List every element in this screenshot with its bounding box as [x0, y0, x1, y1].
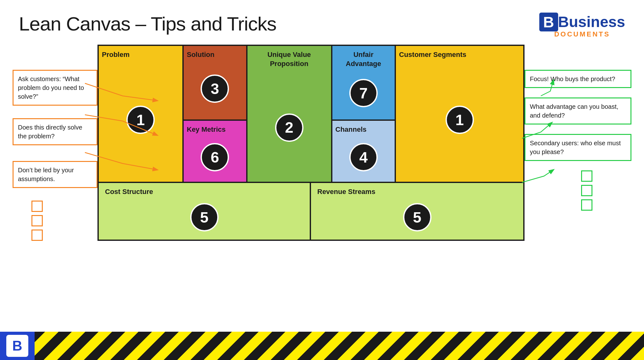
- cell-customer: Customer Segments 1: [396, 46, 523, 182]
- lean-canvas: Problem 1 Solution 3: [97, 45, 525, 241]
- left-annotation-3: Don’t be led by your assumptions.: [13, 161, 97, 188]
- checkbox-1[interactable]: [31, 201, 43, 212]
- page-title: Lean Canvas – Tips and Tricks: [19, 13, 276, 35]
- revenue-title: Revenue Streams: [317, 187, 375, 197]
- main-area: Ask customers: “What problem do you need…: [0, 45, 644, 241]
- right-checkboxes: [581, 170, 631, 211]
- cost-title: Cost Structure: [105, 187, 153, 197]
- right-checkbox-1[interactable]: [581, 170, 592, 182]
- logo-business-text: Business: [558, 14, 625, 30]
- customer-number: 1: [446, 106, 474, 134]
- cell-solution: Solution 3: [184, 46, 246, 121]
- left-annotation-1: Ask customers: “What problem do you need…: [13, 70, 97, 106]
- problem-number: 1: [126, 106, 155, 134]
- logo-b-icon: B: [539, 13, 558, 31]
- cell-uvp: Unique Value Proposition 2: [247, 46, 332, 182]
- right-checkbox-3[interactable]: [581, 199, 592, 211]
- checkbox-2[interactable]: [31, 215, 43, 226]
- revenue-number: 5: [403, 203, 431, 231]
- cell-key-metrics: Key Metrics 6: [184, 121, 246, 182]
- cost-number: 5: [190, 203, 219, 231]
- left-annotation-2: Does this directly solve the problem?: [13, 118, 97, 145]
- footer: B: [0, 332, 644, 360]
- cell-unfair-split: Unfair Advantage 7 Channels 4: [332, 46, 396, 182]
- right-annotation-2: What advantage can you boast, and defend…: [525, 97, 631, 125]
- checkbox-3[interactable]: [31, 230, 43, 241]
- cell-channels: Channels 4: [332, 121, 395, 182]
- uvp-number: 2: [275, 114, 303, 142]
- footer-stripes: [35, 332, 644, 360]
- channels-title: Channels: [336, 125, 367, 134]
- left-annotations: Ask customers: “What problem do you need…: [13, 45, 97, 241]
- cell-problem: Problem 1: [99, 46, 184, 182]
- logo: B Business DOCUMENTS: [539, 13, 625, 38]
- unfair-title: Unfair Advantage: [336, 50, 392, 68]
- footer-logo: B: [0, 332, 35, 360]
- cell-cost: Cost Structure 5: [99, 183, 311, 240]
- unfair-number: 7: [349, 79, 378, 107]
- solution-number: 3: [201, 75, 229, 103]
- logo-documents-text: DOCUMENTS: [554, 30, 610, 38]
- left-checkboxes: [31, 201, 97, 241]
- header: Lean Canvas – Tips and Tricks B Business…: [0, 0, 644, 45]
- footer-b-icon: B: [6, 335, 28, 357]
- right-annotation-1: Focus! Who buys the product?: [525, 70, 631, 88]
- channels-number: 4: [349, 143, 378, 171]
- uvp-title: Unique Value Proposition: [251, 50, 328, 68]
- key-metrics-number: 6: [201, 143, 229, 171]
- solution-title: Solution: [187, 50, 214, 59]
- cell-unfair: Unfair Advantage 7: [332, 46, 395, 121]
- key-metrics-title: Key Metrics: [187, 125, 226, 134]
- problem-title: Problem: [102, 50, 130, 59]
- cell-revenue: Revenue Streams 5: [311, 183, 523, 240]
- right-checkbox-2[interactable]: [581, 185, 592, 196]
- right-annotations: Focus! Who buys the product? What advant…: [525, 45, 631, 241]
- cell-solution-split: Solution 3 Key Metrics 6: [184, 46, 247, 182]
- customer-title: Customer Segments: [399, 50, 466, 59]
- right-annotation-3: Secondary users: who else must you pleas…: [525, 134, 631, 161]
